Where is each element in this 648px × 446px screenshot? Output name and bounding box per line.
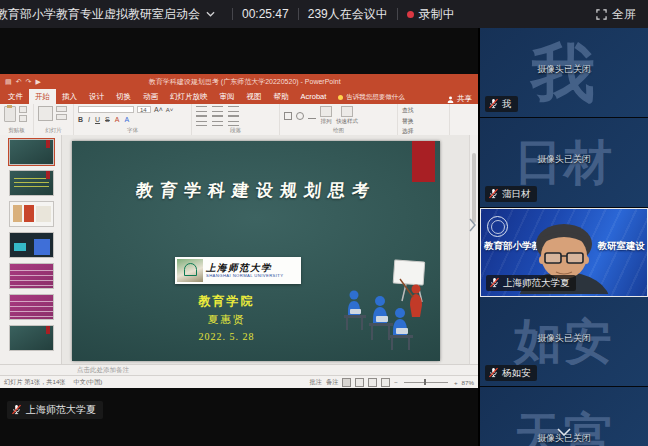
slide-counter: 幻灯片 第1张，共14张 [4, 378, 66, 387]
ppt-titlebar: ▤ ↶ ↷ ▶ 教育学科建设规划思考 (广东师范大学20220520) - Po… [0, 74, 478, 89]
participant-name-badge: 我 [485, 96, 518, 112]
slide-thumbnail-6[interactable] [9, 294, 54, 320]
participant-tile-5[interactable]: 天宫摄像头已关闭 [480, 387, 648, 446]
new-slide-icon[interactable] [38, 106, 53, 121]
ribbon-tab-7[interactable]: 审阅 [214, 89, 241, 104]
current-slide[interactable]: 教育学科建设规划思考 上海师范大学 SHANGHAI NORMAL UNIVER… [72, 141, 440, 361]
slide-thumbnail-panel [0, 135, 62, 366]
paste-icon[interactable] [4, 106, 16, 122]
mic-muted-icon [489, 277, 500, 290]
participant-tile-1[interactable]: 我摄像头已关闭我 [480, 28, 648, 118]
participant-name: 杨如安 [502, 367, 531, 380]
ppt-ribbon: 剪贴板 幻灯片 14 A˄A˅ B I U [0, 104, 478, 136]
notes-pane[interactable]: 点击此处添加备注 [0, 364, 478, 375]
strikethrough-button[interactable]: S [105, 116, 110, 123]
participants-sidebar: 我摄像头已关闭我日材摄像头已关闭蒲日材教育部小学教教研室建设上海师范大学夏如安摄… [478, 28, 648, 446]
university-logo-banner: 上海师范大学 SHANGHAI NORMAL UNIVERSITY [175, 257, 301, 284]
replace-button[interactable]: 替换 [402, 117, 445, 126]
ribbon-tab-3[interactable]: 设计 [83, 89, 110, 104]
slide-sorter-view-icon[interactable] [355, 378, 364, 387]
underline-button[interactable]: U [95, 116, 100, 123]
camera-off-text: 摄像头已关闭 [480, 63, 648, 76]
columns-icon[interactable] [228, 116, 239, 126]
participant-name-badge: 蒲日材 [485, 186, 537, 202]
slide-thumbnail-4[interactable] [9, 232, 54, 258]
copy-icon[interactable] [19, 115, 27, 122]
cut-icon[interactable] [19, 106, 27, 113]
participant-name-badge: 上海师范大学夏 [486, 275, 576, 291]
chevron-down-icon[interactable] [206, 11, 215, 17]
slideshow-view-icon[interactable] [381, 378, 390, 387]
participant-tile-4[interactable]: 如安摄像头已关闭杨如安 [480, 297, 648, 387]
notes-button[interactable]: 备注 [326, 378, 338, 387]
align-left-icon[interactable] [196, 116, 207, 126]
sidebar-collapse-handle[interactable] [466, 208, 478, 242]
arrange-button[interactable]: 排列 [320, 106, 332, 125]
slide-thumbnail-5[interactable] [9, 263, 54, 289]
ribbon-tab-1[interactable]: 开始 [29, 89, 56, 104]
ribbon-tab-8[interactable]: 视图 [241, 89, 268, 104]
participant-tile-2[interactable]: 日材摄像头已关闭蒲日材 [480, 118, 648, 208]
find-button[interactable]: 查找 [402, 106, 445, 115]
scroll-more-chevron-icon[interactable] [557, 422, 571, 440]
slide-red-accent [412, 141, 435, 182]
fullscreen-button[interactable]: 全屏 [596, 6, 648, 23]
zoom-slider[interactable] [404, 382, 448, 383]
mic-muted-icon [488, 98, 499, 111]
numbering-icon[interactable] [212, 106, 223, 116]
normal-view-icon[interactable] [342, 378, 351, 387]
meeting-app-window: 教育部小学教育专业虚拟教研室启动会 00:25:47 239人在会议中 录制中 … [0, 0, 648, 446]
university-name-cn: 上海师范大学 [206, 263, 284, 273]
mic-muted-icon [488, 367, 499, 380]
divider [298, 8, 299, 20]
mic-muted-icon [488, 188, 499, 201]
language-indicator[interactable]: 中文(中国) [74, 378, 103, 387]
line-shape-icon[interactable] [308, 118, 316, 119]
ribbon-tab-5[interactable]: 动画 [137, 89, 164, 104]
zoom-out-button[interactable]: − [394, 379, 398, 386]
ribbon-tab-4[interactable]: 切换 [110, 89, 137, 104]
bold-button[interactable]: B [78, 116, 83, 123]
slideshow-icon[interactable]: ▶ [35, 78, 40, 86]
quick-styles-button[interactable]: 快速样式 [336, 106, 358, 125]
university-building-image [177, 259, 203, 282]
slide-date: 2022. 5. 28 [116, 331, 337, 342]
zoom-percentage[interactable]: 87% [462, 379, 474, 386]
participant-count[interactable]: 239人在会议中 [308, 6, 388, 23]
italic-button[interactable]: I [88, 116, 90, 123]
ribbon-tab-6[interactable]: 幻灯片放映 [164, 89, 214, 104]
meeting-timer: 00:25:47 [242, 7, 289, 21]
share-button[interactable]: 共享 [447, 94, 478, 104]
ribbon-tab-2[interactable]: 插入 [56, 89, 83, 104]
vertical-scrollbar[interactable] [469, 135, 478, 366]
slide-thumbnail-7[interactable] [9, 325, 54, 351]
rectangle-shape-icon[interactable] [284, 112, 292, 120]
slide-thumbnail-1[interactable] [9, 139, 54, 165]
zoom-in-button[interactable]: + [454, 379, 458, 386]
slide-thumbnail-3[interactable] [9, 201, 54, 227]
bullets-icon[interactable] [196, 106, 207, 116]
slide-department: 教育学院 [116, 293, 337, 310]
ribbon-tab-9[interactable]: 帮助 [268, 89, 295, 104]
tell-me-box[interactable]: 告诉我您想要做什么 [332, 90, 411, 104]
ellipse-shape-icon[interactable] [296, 112, 304, 120]
university-name-en: SHANGHAI NORMAL UNIVERSITY [206, 274, 284, 278]
save-icon[interactable]: ▤ [5, 78, 12, 86]
redo-icon[interactable]: ↷ [26, 78, 32, 86]
meeting-topbar: 教育部小学教育专业虚拟教研室启动会 00:25:47 239人在会议中 录制中 … [0, 0, 648, 28]
slide-thumbnail-2[interactable] [9, 170, 54, 196]
ribbon-group-clipboard: 剪贴板 [0, 104, 34, 135]
font-name-select[interactable] [78, 106, 134, 113]
reading-view-icon[interactable] [368, 378, 377, 387]
font-size-select[interactable]: 14 [137, 106, 151, 113]
participant-name: 蒲日材 [502, 188, 531, 201]
align-center-icon[interactable] [212, 116, 223, 126]
ribbon-tab-0[interactable]: 文件 [2, 89, 29, 104]
ribbon-tab-10[interactable]: Acrobat [295, 89, 333, 104]
indent-icon[interactable] [228, 106, 239, 116]
quick-access-toolbar[interactable]: ▤ ↶ ↷ ▶ [5, 78, 41, 86]
comments-button[interactable]: 批注 [310, 378, 322, 387]
undo-icon[interactable]: ↶ [16, 78, 22, 86]
shared-screen-stage: ▤ ↶ ↷ ▶ 教育学科建设规划思考 (广东师范大学20220520) - Po… [0, 28, 478, 446]
participant-tile-3[interactable]: 教育部小学教教研室建设上海师范大学夏 [480, 208, 648, 297]
